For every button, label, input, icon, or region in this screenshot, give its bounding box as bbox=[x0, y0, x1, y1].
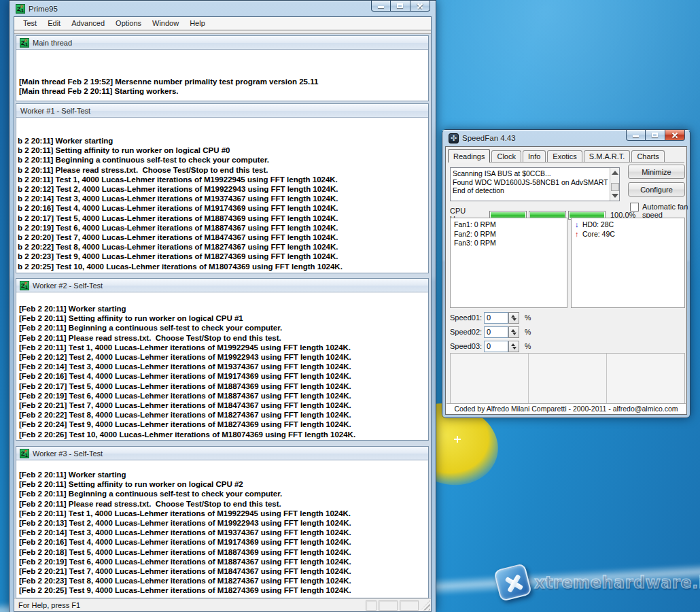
worker1-log: b 2 20:11] Worker starting b 2 20:11] Se… bbox=[16, 118, 428, 271]
speedfan-tabs: Readings Clock Info Exotics S.M.A.R.T. C… bbox=[448, 149, 684, 163]
speed01-unit: % bbox=[525, 313, 531, 322]
worker2-title: Worker #2 - Self-Test bbox=[33, 282, 103, 290]
worker2-window: 2P-1 Worker #2 - Self-Test [Feb 2 20:11]… bbox=[16, 278, 429, 441]
core-temp: Core: 49C bbox=[582, 230, 615, 239]
speedfan-window: ✣ SpeedFan 4.43 Readings Clock Info Exot… bbox=[442, 129, 690, 418]
temp-row-core: ↑ Core: 49C bbox=[575, 230, 681, 239]
prime95-mdi-area: 2P-1 Main thread [Main thread Feb 2 19:5… bbox=[14, 34, 431, 598]
speed02-row: Speed02: % bbox=[450, 326, 531, 338]
watermark-text: xtremehardware.it bbox=[534, 573, 700, 592]
temp-up-arrow-icon: ↑ bbox=[575, 230, 582, 239]
prime95-app-icon: 2P-1 bbox=[16, 4, 25, 14]
speed02-stepper[interactable] bbox=[508, 326, 519, 338]
maximize-icon bbox=[397, 3, 403, 8]
configure-button[interactable]: Configure bbox=[628, 182, 685, 197]
tab-exotics[interactable]: Exotics bbox=[547, 150, 582, 162]
prime95-menubar: Test Edit Advanced Options Window Help bbox=[14, 17, 431, 30]
worker1-titlebar[interactable]: Worker #1 - Self-Test bbox=[16, 104, 428, 118]
prime95-close-button[interactable] bbox=[410, 1, 430, 12]
main-thread-window: 2P-1 Main thread [Main thread Feb 2 19:5… bbox=[16, 35, 429, 101]
worker1-window: Worker #1 - Self-Test b 2 20:11] Worker … bbox=[16, 103, 429, 273]
automatic-fan-speed-control: Automatic fan speed bbox=[630, 203, 697, 219]
speed03-row: Speed03: % bbox=[450, 340, 531, 352]
menu-options[interactable]: Options bbox=[110, 18, 147, 29]
minimize-icon bbox=[633, 135, 639, 137]
worker3-titlebar[interactable]: 2P-1 Worker #3 - Self-Test bbox=[16, 447, 428, 460]
speed02-input[interactable] bbox=[484, 326, 508, 338]
prime95-maximize-button[interactable] bbox=[391, 1, 410, 12]
speedfan-close-button[interactable] bbox=[665, 130, 685, 141]
speed03-unit: % bbox=[525, 342, 531, 350]
tab-charts[interactable]: Charts bbox=[631, 150, 664, 162]
tab-smart[interactable]: S.M.A.R.T. bbox=[584, 150, 631, 162]
speedfan-minimize-button[interactable] bbox=[626, 130, 646, 141]
status-message: For Help, press F1 bbox=[14, 601, 366, 609]
maximize-icon bbox=[652, 133, 658, 137]
tab-clock[interactable]: Clock bbox=[491, 150, 521, 162]
prime95-title: Prime95 bbox=[29, 5, 58, 13]
prime95-minimize-button[interactable] bbox=[371, 1, 391, 12]
menu-test[interactable]: Test bbox=[18, 18, 42, 29]
minimize-icon bbox=[378, 6, 384, 8]
status-cell bbox=[451, 354, 529, 403]
main-thread-titlebar[interactable]: 2P-1 Main thread bbox=[16, 36, 428, 50]
xtremehardware-logo-icon bbox=[493, 563, 532, 602]
speedfan-app-icon: ✣ bbox=[449, 133, 459, 143]
speed02-label: Speed02: bbox=[450, 328, 484, 336]
speed01-stepper[interactable] bbox=[508, 312, 519, 324]
worker1-title: Worker #1 - Self-Test bbox=[20, 107, 90, 115]
menu-window[interactable]: Window bbox=[147, 18, 184, 29]
speed03-label: Speed03: bbox=[450, 342, 484, 350]
speed01-label: Speed01: bbox=[450, 313, 484, 322]
menu-advanced[interactable]: Advanced bbox=[66, 18, 110, 29]
main-thread-title: Main thread bbox=[33, 39, 72, 47]
status-pane bbox=[379, 600, 398, 611]
tab-info[interactable]: Info bbox=[523, 150, 546, 162]
scroll-thumb[interactable] bbox=[611, 183, 619, 191]
fan1-reading: Fan1: 0 RPM bbox=[454, 220, 563, 230]
tab-readings[interactable]: Readings bbox=[448, 149, 490, 163]
prime95-doc-icon: 2P-1 bbox=[20, 449, 29, 458]
automatic-fan-speed-label: Automatic fan speed bbox=[642, 203, 697, 219]
status-cell bbox=[529, 354, 607, 403]
worker2-log: [Feb 2 20:11] Worker starting [Feb 2 20:… bbox=[16, 293, 428, 439]
worker3-window: 2P-1 Worker #3 - Self-Test [Feb 2 20:11]… bbox=[16, 446, 429, 598]
worker3-title: Worker #3 - Self-Test bbox=[33, 449, 103, 458]
menu-help[interactable]: Help bbox=[184, 18, 211, 29]
fan2-reading: Fan2: 0 RPM bbox=[454, 230, 563, 239]
detection-log: Scanning ISA BUS at $0CCB... Found WDC W… bbox=[450, 167, 620, 201]
speed01-row: Speed01: % bbox=[450, 311, 531, 324]
menu-edit[interactable]: Edit bbox=[42, 18, 66, 29]
main-thread-log: [Main thread Feb 2 19:52] Mersenne numbe… bbox=[16, 50, 428, 96]
status-pane bbox=[366, 600, 377, 611]
worker3-log: [Feb 2 20:11] Worker starting [Feb 2 20:… bbox=[16, 461, 428, 596]
fan-readings-panel: Fan1: 0 RPM Fan2: 0 RPM Fan3: 0 RPM bbox=[450, 218, 567, 308]
speedfan-credit-text: Coded by Alfredo Milani Comparetti - 200… bbox=[447, 403, 686, 413]
scroll-down-icon[interactable] bbox=[612, 194, 618, 198]
speed02-unit: % bbox=[525, 328, 531, 336]
log-scrollbar[interactable] bbox=[610, 168, 619, 201]
scroll-up-icon[interactable] bbox=[612, 171, 618, 175]
empty-status-panel bbox=[450, 353, 685, 404]
prime95-doc-icon: 2P-1 bbox=[20, 281, 29, 290]
watermark: xtremehardware.it bbox=[497, 566, 700, 598]
minimize-app-button[interactable]: Minimize bbox=[628, 165, 685, 179]
temp-down-arrow-icon: ↓ bbox=[575, 220, 582, 230]
worker2-titlebar[interactable]: 2P-1 Worker #2 - Self-Test bbox=[16, 279, 428, 292]
speedfan-title: SpeedFan 4.43 bbox=[462, 134, 516, 142]
temperature-readings-panel: ↓ HD0: 28C ↑ Core: 49C bbox=[571, 218, 685, 308]
hd0-temp: HD0: 28C bbox=[582, 220, 614, 230]
prime95-doc-icon: 2P-1 bbox=[20, 38, 29, 48]
speed01-input[interactable] bbox=[484, 312, 508, 324]
prime95-window: 2P-1 Prime95 Test Edit Advanced Options … bbox=[9, 0, 436, 612]
fan3-reading: Fan3: 0 RPM bbox=[454, 239, 563, 248]
resize-grip[interactable] bbox=[421, 600, 430, 611]
detection-log-text: Scanning ISA BUS at $0CCB... Found WDC W… bbox=[451, 168, 619, 197]
speed03-stepper[interactable] bbox=[508, 341, 519, 352]
temp-row-hd0: ↓ HD0: 28C bbox=[575, 220, 681, 230]
speedfan-maximize-button[interactable] bbox=[646, 130, 665, 141]
speed03-input[interactable] bbox=[484, 341, 508, 352]
status-cell bbox=[607, 354, 684, 403]
status-pane bbox=[400, 600, 419, 611]
prime95-statusbar: For Help, press F1 bbox=[14, 598, 431, 611]
